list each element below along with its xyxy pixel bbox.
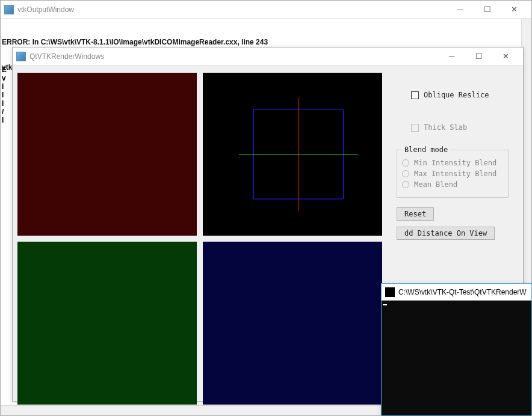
- console-window: C:\WS\vtk\VTK-Qt-Test\QtVTKRenderW: [381, 283, 532, 416]
- console-window-title: C:\WS\vtk\VTK-Qt-Test\QtVTKRenderW: [398, 288, 528, 296]
- close-button[interactable]: ✕: [501, 1, 528, 18]
- app-icon: [4, 5, 14, 14]
- mean-blend-radio: [402, 181, 409, 188]
- output-window-titlebar[interactable]: vtkOutputWindow ─ ☐ ✕: [1, 1, 531, 19]
- reslice-overlay: [203, 73, 382, 236]
- mean-blend-row: Mean Blend: [402, 180, 503, 189]
- render-pane-bottom-right[interactable]: [203, 242, 382, 405]
- window-controls: ─ ☐ ✕: [447, 1, 528, 18]
- render-pane-bottom-left[interactable]: [17, 242, 197, 405]
- reset-button[interactable]: Reset: [397, 207, 434, 221]
- console-window-titlebar[interactable]: C:\WS\vtk\VTK-Qt-Test\QtVTKRenderW: [382, 284, 531, 301]
- oblique-reslice-row: Oblique Reslice: [411, 91, 512, 99]
- maximize-button[interactable]: ☐: [474, 1, 501, 18]
- minimize-button[interactable]: ─: [447, 1, 474, 18]
- render-pane-top-right[interactable]: [203, 73, 382, 236]
- thick-slab-checkbox: [411, 124, 419, 132]
- app-icon: [16, 52, 26, 61]
- min-intensity-row: Min Intensity Blend: [402, 159, 503, 167]
- add-distance-button[interactable]: dd Distance On View: [397, 227, 495, 240]
- max-intensity-radio: [402, 170, 409, 177]
- console-cursor: [383, 304, 387, 305]
- qt-window-title: QtVTKRenderWindows: [29, 52, 438, 61]
- min-intensity-label: Min Intensity Blend: [414, 159, 496, 167]
- oblique-reslice-checkbox[interactable]: [411, 91, 419, 99]
- min-intensity-radio: [402, 159, 409, 167]
- render-pane-top-left[interactable]: [17, 73, 197, 236]
- window-controls: ─ ☐ ✕: [438, 48, 519, 65]
- error-line-1: ERROR: In C:\WS\vtk\VTK-8.1.1\IO\Image\v…: [2, 38, 530, 46]
- console-icon: [385, 287, 395, 297]
- minimize-button[interactable]: ─: [438, 48, 465, 65]
- maximize-button[interactable]: ☐: [465, 48, 492, 65]
- console-body[interactable]: [382, 301, 531, 415]
- blend-mode-group: Blend mode Min Intensity Blend Max Inten…: [397, 150, 509, 198]
- blend-mode-legend: Blend mode: [402, 145, 450, 154]
- mean-blend-label: Mean Blend: [414, 180, 457, 189]
- max-intensity-row: Max Intensity Blend: [402, 170, 503, 178]
- qt-window-titlebar[interactable]: QtVTKRenderWindows ─ ☐ ✕: [13, 47, 523, 66]
- output-window-title: vtkOutputWindow: [17, 5, 447, 14]
- thick-slab-label: Thick Slab: [424, 123, 467, 132]
- close-button[interactable]: ✕: [492, 48, 519, 65]
- max-intensity-label: Max Intensity Blend: [414, 170, 496, 178]
- occluded-text: E v I I I / I: [2, 66, 7, 124]
- oblique-reslice-label: Oblique Reslice: [424, 91, 489, 99]
- thick-slab-row: Thick Slab: [411, 123, 512, 132]
- render-panes: [17, 70, 385, 407]
